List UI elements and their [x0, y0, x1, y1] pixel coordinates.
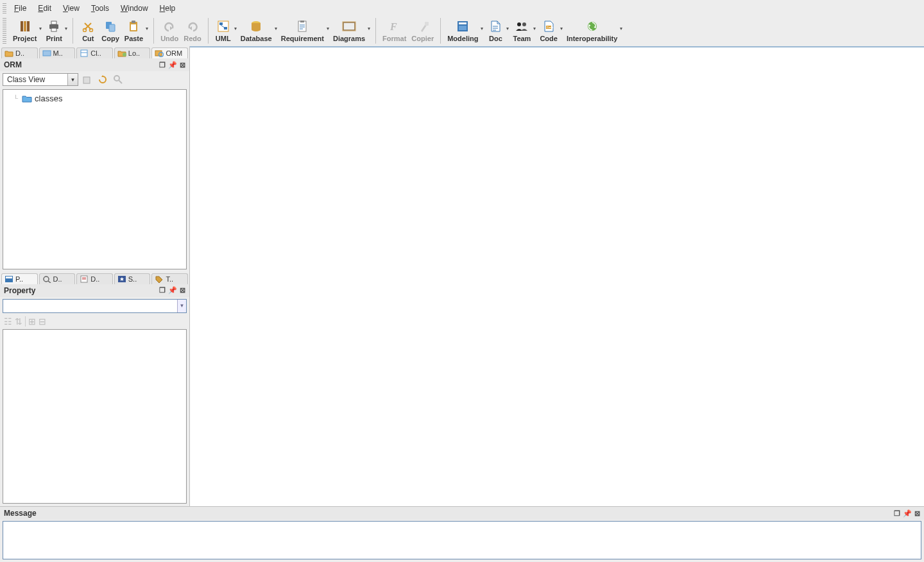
- tab-m[interactable]: M..: [39, 47, 76, 58]
- diagram-canvas[interactable]: [190, 46, 924, 506]
- paste-dropdown[interactable]: ▾: [146, 26, 150, 37]
- interoperability-button[interactable]: Interoperability: [564, 18, 620, 44]
- restore-icon[interactable]: ❐: [159, 286, 166, 294]
- format-button[interactable]: F Format: [380, 18, 409, 44]
- svg-rect-1: [24, 21, 26, 31]
- categorize-icon[interactable]: ☷: [4, 316, 12, 327]
- orm-tree[interactable]: └ classes: [3, 89, 187, 269]
- diagrams-dropdown[interactable]: ▾: [368, 26, 372, 37]
- property-grid[interactable]: [3, 329, 187, 504]
- svg-rect-17: [298, 21, 306, 31]
- tab-lo[interactable]: Lo..: [114, 47, 151, 58]
- svg-rect-20: [343, 22, 355, 31]
- doc-icon: [490, 19, 501, 33]
- close-icon[interactable]: ⊠: [180, 286, 185, 294]
- svg-rect-5: [51, 28, 56, 31]
- restore-icon[interactable]: ❐: [894, 509, 900, 518]
- redo-button[interactable]: Redo: [181, 18, 204, 44]
- new-item-icon[interactable]: [81, 73, 94, 86]
- chevron-down-icon[interactable]: ▼: [177, 300, 186, 312]
- menubar-grip: [3, 3, 6, 13]
- uml-button[interactable]: UML: [212, 18, 234, 44]
- project-icon: [19, 19, 31, 33]
- tree-node-classes[interactable]: └ classes: [6, 92, 184, 105]
- modeling-button[interactable]: Modeling: [445, 18, 481, 44]
- message-body[interactable]: [3, 521, 921, 559]
- requirement-button[interactable]: Requirement: [278, 18, 327, 44]
- menu-file[interactable]: File: [9, 3, 31, 14]
- cut-button[interactable]: Cut: [77, 18, 99, 44]
- expand-icon[interactable]: ⊞: [28, 316, 36, 327]
- tab-d2[interactable]: D..: [39, 273, 76, 284]
- interoperability-icon: [586, 19, 599, 33]
- toolbar: Project ▾ Print ▾ Cut Copy: [0, 17, 924, 46]
- svg-rect-32: [81, 50, 87, 56]
- property-selector-combo[interactable]: ▼: [3, 299, 187, 313]
- project-button[interactable]: Project: [10, 18, 39, 44]
- cut-icon: [82, 19, 94, 33]
- svg-rect-14: [219, 22, 223, 25]
- menu-edit[interactable]: Edit: [33, 3, 56, 14]
- print-button[interactable]: Print: [43, 18, 65, 44]
- database-button[interactable]: Database: [238, 18, 275, 44]
- tab-d3[interactable]: D..: [76, 273, 113, 284]
- chevron-down-icon[interactable]: ▼: [67, 74, 78, 85]
- diagrams-button[interactable]: Diagrams: [330, 18, 368, 44]
- interoperability-dropdown[interactable]: ▾: [620, 26, 624, 37]
- close-icon[interactable]: ⊠: [180, 61, 185, 69]
- menu-tools[interactable]: Tools: [86, 3, 114, 14]
- undo-button[interactable]: Undo: [158, 18, 181, 44]
- tab-p[interactable]: P..: [1, 273, 38, 284]
- svg-point-38: [114, 76, 119, 81]
- menu-view[interactable]: View: [58, 3, 85, 14]
- print-icon: [47, 19, 60, 33]
- orm-icon: [155, 49, 164, 57]
- code-button[interactable]: Code Code: [537, 18, 560, 44]
- diagrams-icon: [342, 19, 356, 33]
- search-icon[interactable]: [112, 73, 124, 86]
- copy-icon: [104, 19, 117, 33]
- team-label: Team: [513, 35, 531, 42]
- refresh-icon[interactable]: [96, 73, 109, 86]
- undo-icon: [164, 19, 175, 33]
- database-label: Database: [241, 35, 272, 42]
- menubar: File Edit View Tools Window Help: [0, 0, 924, 17]
- diagrams-label: Diagrams: [333, 35, 365, 42]
- tab-cl[interactable]: Cl..: [76, 47, 113, 58]
- pin-icon[interactable]: 📌: [903, 509, 912, 518]
- undo-label: Undo: [160, 35, 178, 42]
- tree-node-label: classes: [35, 94, 62, 103]
- pin-icon[interactable]: 📌: [168, 286, 177, 294]
- svg-rect-31: [43, 51, 51, 56]
- collapse-icon[interactable]: ⊟: [38, 316, 46, 327]
- uml-icon: [217, 19, 230, 33]
- copy-button[interactable]: Copy: [99, 18, 122, 44]
- tab-orm[interactable]: ORM: [151, 47, 188, 58]
- svg-rect-19: [343, 22, 355, 30]
- copier-button[interactable]: Copier: [409, 18, 436, 44]
- class-view-value: Class View: [3, 75, 67, 84]
- cut-label: Cut: [82, 35, 94, 42]
- print-dropdown[interactable]: ▾: [65, 26, 69, 37]
- restore-icon[interactable]: ❐: [159, 61, 166, 69]
- tag-icon: [155, 275, 164, 283]
- sort-icon[interactable]: ⇅: [15, 316, 22, 327]
- svg-rect-0: [21, 21, 23, 31]
- message-header: Message ❐ 📌 ⊠: [0, 507, 924, 520]
- team-button[interactable]: Team: [510, 18, 533, 44]
- team-icon: [515, 19, 529, 33]
- tab-d1[interactable]: D..: [1, 47, 38, 58]
- doc-button[interactable]: Doc: [484, 18, 506, 44]
- pin-icon[interactable]: 📌: [168, 61, 177, 69]
- paste-button[interactable]: Paste: [122, 18, 146, 44]
- copy-label: Copy: [101, 35, 119, 42]
- svg-point-7: [90, 29, 93, 32]
- doc-tab-icon: [80, 275, 89, 283]
- menu-window[interactable]: Window: [116, 3, 153, 14]
- svg-line-39: [119, 80, 122, 83]
- tab-t[interactable]: T..: [151, 273, 188, 284]
- close-icon[interactable]: ⊠: [914, 509, 920, 518]
- menu-help[interactable]: Help: [155, 3, 181, 14]
- class-view-combo[interactable]: Class View ▼: [3, 73, 78, 86]
- tab-s[interactable]: S..: [114, 273, 151, 284]
